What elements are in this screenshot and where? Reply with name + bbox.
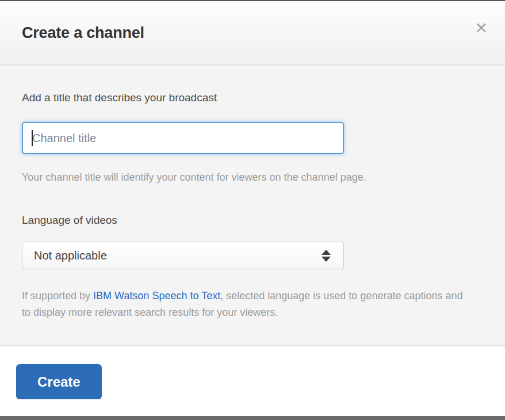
text-cursor xyxy=(32,130,33,146)
channel-title-input-wrap xyxy=(22,122,344,154)
channel-title-input[interactable] xyxy=(22,122,344,154)
channel-title-label: Add a title that describes your broadcas… xyxy=(22,91,483,104)
modal-header: Create a channel ✕ xyxy=(0,1,505,65)
channel-title-helper: Your channel title will identify your co… xyxy=(22,171,483,184)
close-button[interactable]: ✕ xyxy=(475,21,488,36)
language-label: Language of videos xyxy=(22,214,483,227)
create-button[interactable]: Create xyxy=(16,364,102,399)
close-icon: ✕ xyxy=(475,20,488,37)
modal-title: Create a channel xyxy=(22,24,144,42)
page-background-bottom-bar xyxy=(0,416,505,420)
create-channel-modal: Create a channel ✕ Add a title that desc… xyxy=(0,0,505,420)
watson-speech-to-text-link[interactable]: IBM Watson Speech to Text xyxy=(93,290,220,301)
language-helper: If supported by IBM Watson Speech to Tex… xyxy=(22,288,468,321)
language-helper-prefix: If supported by xyxy=(22,290,93,301)
language-select[interactable]: Not applicable xyxy=(22,242,344,269)
select-arrows-icon xyxy=(322,250,331,262)
arrow-up-icon xyxy=(322,250,331,255)
modal-footer: Create xyxy=(0,346,505,416)
language-select-value: Not applicable xyxy=(34,249,107,262)
arrow-down-icon xyxy=(322,257,331,262)
modal-body: Add a title that describes your broadcas… xyxy=(0,65,505,346)
